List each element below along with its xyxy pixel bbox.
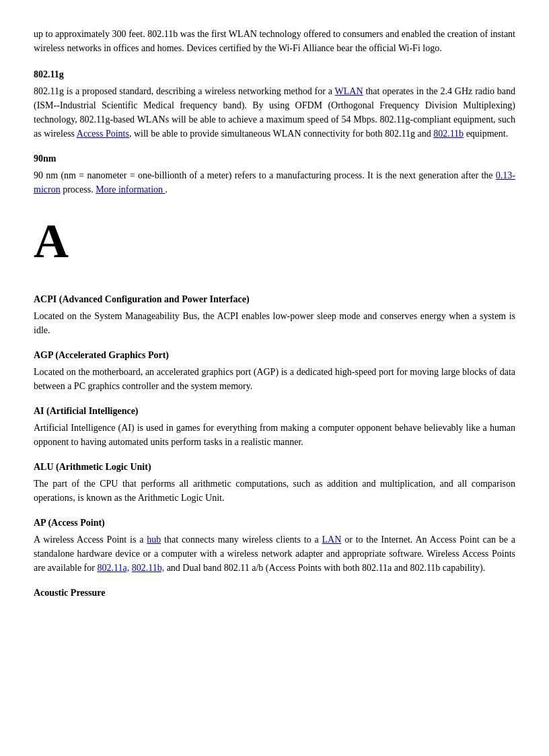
intro-paragraph: up to approximately 300 feet. 802.11b wa…: [34, 27, 515, 55]
section-body-agp: Located on the motherboard, an accelerat…: [34, 365, 515, 393]
text-span: 802.11g is a proposed standard, describi…: [34, 86, 335, 96]
section-alu: ALU (Arithmetic Logic Unit)The part of t…: [34, 460, 515, 505]
link-access-points[interactable]: Access Points: [77, 129, 129, 139]
section-title-agp: AGP (Accelerated Graphics Port): [34, 348, 515, 362]
section-body-ap: A wireless Access Point is a hub that co…: [34, 532, 515, 575]
section-90nm: 90nm90 nm (nm = nanometer = one-billiont…: [34, 151, 515, 197]
section-body-acpi: Located on the System Manageability Bus,…: [34, 309, 515, 337]
text-span: equipment.: [464, 129, 508, 139]
text-span: that connects many wireless clients to a: [161, 535, 322, 545]
section-ai: AI (Artificial Intelligence)Artificial I…: [34, 404, 515, 449]
section-body-alu: The part of the CPU that performs all ar…: [34, 477, 515, 505]
text-span: , will be able to provide simultaneous W…: [129, 129, 433, 139]
text-span: Artificial Intelligence (AI) is used in …: [34, 423, 515, 447]
text-span: A wireless Access Point is a: [34, 535, 147, 545]
section-ap: AP (Access Point)A wireless Access Point…: [34, 516, 515, 575]
section-title-ai: AI (Artificial Intelligence): [34, 404, 515, 418]
link-lan[interactable]: LAN: [322, 535, 342, 545]
section-title-80211g: 802.11g: [34, 67, 515, 81]
section-title-acoustic: Acoustic Pressure: [34, 586, 515, 600]
text-span: .: [166, 184, 168, 195]
section-body-80211g: 802.11g is a proposed standard, describi…: [34, 84, 515, 141]
text-span: Located on the motherboard, an accelerat…: [34, 367, 515, 391]
section-title-ap: AP (Access Point): [34, 516, 515, 530]
section-title-alu: ALU (Arithmetic Logic Unit): [34, 460, 515, 474]
letter-heading: A: [34, 217, 515, 265]
text-span: Located on the System Manageability Bus,…: [34, 311, 515, 335]
link-802.11a,[interactable]: 802.11a,: [97, 563, 129, 573]
section-agp: AGP (Accelerated Graphics Port)Located o…: [34, 348, 515, 393]
link-802.11b,[interactable]: 802.11b,: [132, 563, 164, 573]
section-title-90nm: 90nm: [34, 151, 515, 166]
section-acoustic: Acoustic Pressure: [34, 586, 515, 600]
section-acpi: ACPI (Advanced Configuration and Power I…: [34, 292, 515, 337]
section-body-ai: Artificial Intelligence (AI) is used in …: [34, 421, 515, 449]
section-title-acpi: ACPI (Advanced Configuration and Power I…: [34, 292, 515, 306]
link-802.11b[interactable]: 802.11b: [433, 129, 464, 139]
text-span: and Dual band 802.11 a/b (Access Points …: [164, 563, 485, 573]
link-hub[interactable]: hub: [147, 535, 161, 545]
link-more-information-[interactable]: More information: [96, 184, 165, 195]
text-span: 90 nm (nm = nanometer = one-billionth of…: [34, 170, 496, 180]
text-span: process.: [61, 184, 96, 195]
section-80211g: 802.11g802.11g is a proposed standard, d…: [34, 67, 515, 141]
text-span: The part of the CPU that performs all ar…: [34, 479, 515, 503]
section-body-90nm: 90 nm (nm = nanometer = one-billionth of…: [34, 168, 515, 197]
link-wlan[interactable]: WLAN: [335, 86, 363, 96]
